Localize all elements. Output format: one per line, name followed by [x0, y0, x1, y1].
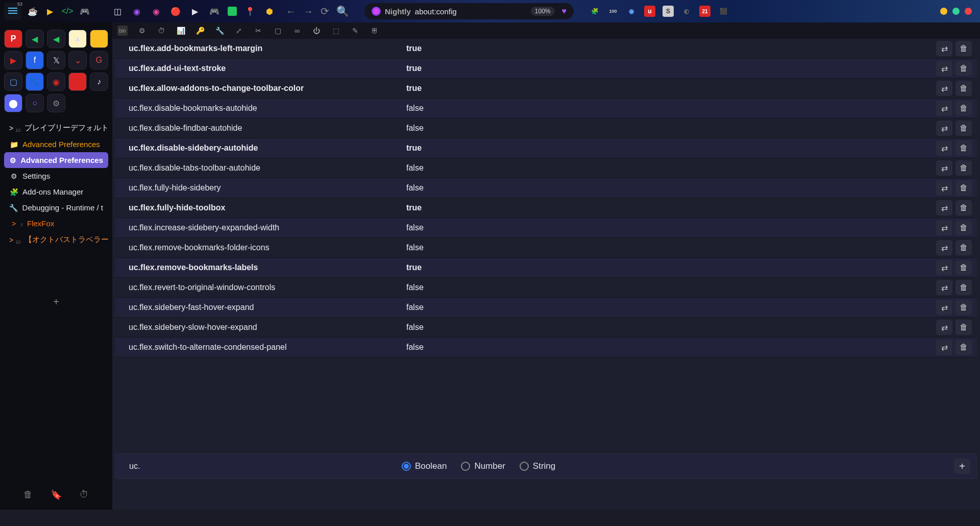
chart-icon[interactable]: 📊	[176, 26, 186, 36]
extensions-button[interactable]: 🧩	[589, 6, 600, 17]
toggle-button[interactable]: ⇄	[936, 260, 952, 275]
delete-button[interactable]: 🗑	[955, 160, 972, 176]
tile-arrow1[interactable]: ◀	[26, 30, 44, 48]
tile-p[interactable]: P	[4, 30, 22, 48]
calendar-icon[interactable]: 21	[699, 6, 710, 17]
tile-weibo[interactable]: ◉	[47, 73, 65, 91]
radio-string[interactable]: String	[520, 461, 555, 471]
toggle-button[interactable]: ⇄	[936, 300, 952, 315]
infinity-icon[interactable]: ∞	[292, 26, 302, 36]
power-icon[interactable]: ⏻	[311, 26, 322, 36]
ublock-icon[interactable]: u	[644, 6, 655, 17]
maximize-button[interactable]	[952, 8, 960, 15]
delete-button[interactable]: 🗑	[955, 41, 972, 56]
delete-button[interactable]: 🗑	[955, 220, 972, 235]
tile-red[interactable]: G	[90, 51, 108, 69]
bin-icon[interactable]: bin	[117, 26, 128, 36]
new-pref-name[interactable]: uc.	[116, 462, 402, 471]
sidebar-item-2[interactable]: ⚙Advanced Preferences	[4, 152, 108, 168]
dark-reader-icon[interactable]: ◐	[681, 6, 692, 17]
delete-button[interactable]: 🗑	[955, 200, 972, 216]
gear-icon[interactable]: ⚙	[137, 26, 147, 36]
radio-boolean[interactable]: Boolean	[402, 461, 447, 471]
delete-button[interactable]: 🗑	[955, 320, 972, 335]
delete-button[interactable]: 🗑	[955, 300, 972, 315]
toggle-button[interactable]: ⇄	[936, 140, 952, 156]
delete-button[interactable]: 🗑	[955, 81, 972, 96]
zoom-indicator[interactable]: 100%	[531, 7, 555, 16]
forward-button[interactable]: →	[303, 6, 313, 17]
toggle-button[interactable]: ⇄	[936, 41, 952, 56]
ext-firefox-icon[interactable]: ◉	[131, 5, 143, 17]
tile-pocket[interactable]: ⌄	[68, 51, 87, 69]
tile-gear[interactable]: ⚙	[47, 94, 65, 112]
heart-icon[interactable]: ♥	[562, 7, 567, 16]
box-icon[interactable]: ▢	[273, 26, 283, 36]
ext-ps-icon[interactable]: 🎮	[208, 5, 220, 17]
shield-icon[interactable]: ⛨	[370, 26, 380, 36]
expand-icon[interactable]: ⤢	[234, 26, 244, 36]
add-pref-button[interactable]: +	[954, 459, 970, 474]
delete-button[interactable]: 🗑	[955, 61, 972, 76]
toggle-button[interactable]: ⇄	[936, 240, 952, 255]
tile-arrow2[interactable]: ◀	[47, 30, 65, 48]
tile-x[interactable]: 𝕏	[47, 51, 65, 69]
clock-icon[interactable]: ⏱	[156, 26, 166, 36]
tile-note[interactable]	[90, 30, 108, 48]
ext-blue-icon[interactable]: ◉	[626, 6, 637, 17]
url-bar[interactable]: Nightly about:config 100% ♥	[364, 3, 574, 19]
tile-tiktok[interactable]: ♪	[90, 73, 108, 91]
toggle-button[interactable]: ⇄	[936, 200, 952, 216]
back-button[interactable]: ←	[286, 6, 296, 17]
delete-button[interactable]: 🗑	[955, 180, 972, 196]
tile-purple[interactable]: ○	[26, 94, 44, 112]
trash-icon[interactable]: 🗑	[23, 489, 33, 500]
stylus-icon[interactable]: S	[663, 6, 674, 17]
sidebar-toggle-icon[interactable]: ◫	[111, 5, 124, 17]
tile-bili[interactable]: ▢	[4, 73, 22, 91]
play-icon[interactable]: ▶	[44, 5, 56, 17]
sidebar-item-7[interactable]: >10【オクトパストラベラー2	[4, 231, 108, 248]
toggle-button[interactable]: ⇄	[936, 180, 952, 196]
profile-icon[interactable]: ⬛	[718, 6, 729, 17]
toggle-button[interactable]: ⇄	[936, 160, 952, 176]
toggle-button[interactable]: ⇄	[936, 340, 952, 355]
tile-discord[interactable]: ⬤	[4, 94, 22, 112]
ext-google-icon[interactable]: 🔴	[169, 5, 182, 17]
toggle-button[interactable]: ⇄	[936, 101, 952, 116]
tile-facebook[interactable]: f	[26, 51, 44, 69]
toggle-button[interactable]: ⇄	[936, 320, 952, 335]
sidebar-item-4[interactable]: 🧩Add-ons Manager	[4, 184, 108, 200]
bookmark-icon[interactable]: 🔖	[51, 489, 62, 500]
crop-icon[interactable]: ⬚	[331, 26, 341, 36]
sidebar-item-0[interactable]: >10ブレイブリーデフォルト	[4, 119, 108, 136]
edit-icon[interactable]: ✎	[350, 26, 360, 36]
close-button[interactable]	[965, 8, 972, 15]
toggle-button[interactable]: ⇄	[936, 220, 952, 235]
tile-red2[interactable]	[68, 73, 87, 91]
ext-pink-icon[interactable]: ◉	[150, 5, 162, 17]
delete-button[interactable]: 🗑	[955, 280, 972, 295]
cut-icon[interactable]: ✂	[253, 26, 263, 36]
tile-paw[interactable]: 🐾	[26, 73, 44, 91]
search-button[interactable]: 🔍	[336, 5, 349, 17]
toggle-button[interactable]: ⇄	[936, 121, 952, 136]
delete-button[interactable]: 🗑	[955, 140, 972, 156]
tile-youtube[interactable]: ▶	[4, 51, 22, 69]
delete-button[interactable]: 🗑	[955, 240, 972, 255]
sidebar-item-1[interactable]: 📁Advanced Preferences	[4, 136, 108, 152]
key-icon[interactable]: 🔑	[195, 26, 205, 36]
delete-button[interactable]: 🗑	[955, 121, 972, 136]
toggle-button[interactable]: ⇄	[936, 280, 952, 295]
history-icon[interactable]: ⏱	[80, 489, 89, 500]
code-icon[interactable]: </>	[61, 5, 74, 17]
ext-yellow-icon[interactable]: ⬢	[263, 5, 276, 17]
radio-number[interactable]: Number	[461, 461, 505, 471]
counter-badge[interactable]: 100	[607, 6, 619, 17]
delete-button[interactable]: 🗑	[955, 260, 972, 275]
sidebar-item-6[interactable]: >7FlexFox	[4, 216, 108, 231]
minimize-button[interactable]	[940, 8, 947, 15]
sidebar-item-5[interactable]: 🔧Debugging - Runtime / t	[4, 200, 108, 216]
tile-map[interactable]: ▲	[68, 30, 87, 48]
ext-maps-icon[interactable]: 📍	[244, 5, 256, 17]
